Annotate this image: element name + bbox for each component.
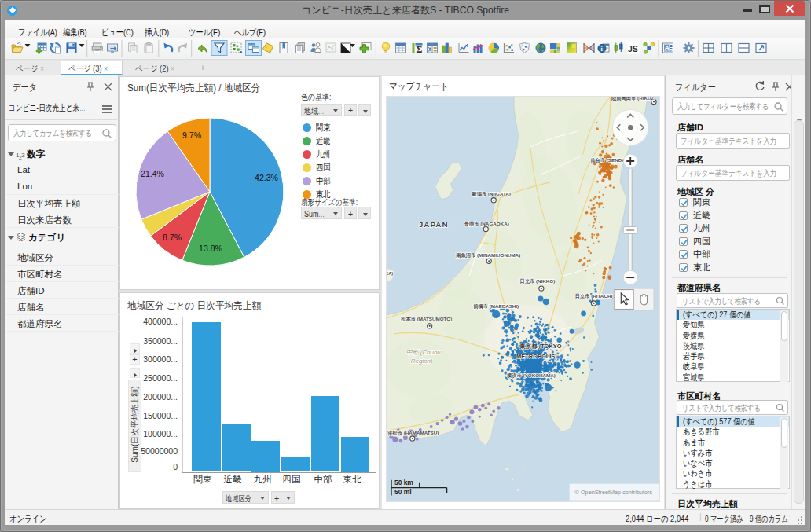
svg-text:A: A [665,44,670,51]
svg-text:横浜市 (YOKOHAMA): 横浜市 (YOKOHAMA) [506,372,556,379]
svg-text:Σ: Σ [417,44,423,55]
svg-text:50 km: 50 km [394,479,413,486]
svg-text:東京都 (TOKYO: 東京都 (TOKYO [519,343,561,350]
svg-text:© OpenStreetMap contributors: © OpenStreetMap contributors [575,489,653,496]
svg-text:浜松市 (HAMAMATSU): 浜松市 (HAMAMATSU) [387,430,439,436]
svg-text:50 mi: 50 mi [394,488,412,496]
svg-text:南魚沼市 (MINAMIUONUMA): 南魚沼市 (MINAMIUONUMA) [455,252,520,259]
svg-text:日立市 (HITACHI): 日立市 (HITACHI) [575,293,615,299]
svg-text:新潟市 (NIIGATA): 新潟市 (NIIGATA) [472,191,511,197]
svg-text:仙台市 (SENDAI: 仙台市 (SENDAI [589,157,626,163]
svg-text:中部 (Chubu: 中部 (Chubu [406,349,442,356]
svg-text:JS: JS [628,44,638,53]
svg-text:METROPOLIS): METROPOLIS) [516,353,557,360]
svg-text:Region): Region) [411,358,433,365]
svg-text:前橋市 (MAEBASHI): 前橋市 (MAEBASHI) [473,303,519,310]
svg-text:長岡市 (NAGAOKA): 長岡市 (NAGAOKA) [464,221,509,227]
svg-text:日光市 (NIKKO): 日光市 (NIKKO) [519,278,555,284]
svg-text:陸前高田市 (RIKUZ: 陸前高田市 (RIKUZ [611,96,654,101]
svg-text:JAPAN: JAPAN [419,220,449,229]
svg-text:松本市 (MATSUMOTO): 松本市 (MATSUMOTO) [400,316,452,322]
svg-text:KA): KA) [386,271,393,276]
